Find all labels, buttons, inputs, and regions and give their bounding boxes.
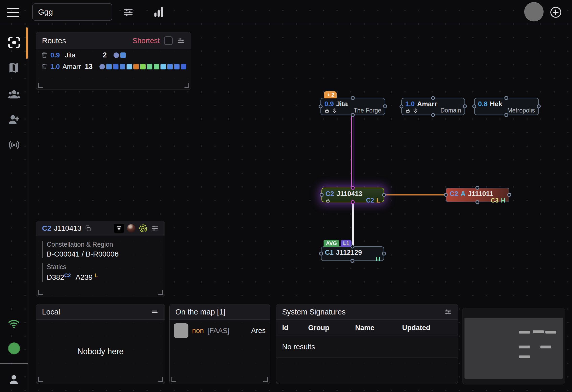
system-thumbnail[interactable] <box>127 224 135 233</box>
system-node-j110413[interactable]: C2J110413 C2 L <box>321 188 384 202</box>
connection-handle[interactable] <box>400 104 403 108</box>
connection-frigate[interactable] <box>351 115 354 188</box>
resize-handle[interactable] <box>158 290 163 295</box>
connection-handle[interactable] <box>350 259 354 263</box>
avatar[interactable] <box>524 2 544 21</box>
routes-header[interactable]: Routes Shortest <box>36 32 191 49</box>
menu-icon[interactable] <box>7 8 19 17</box>
top-bar: Ggg <box>0 0 572 25</box>
minimap-node <box>545 331 556 334</box>
connection-handle[interactable] <box>504 96 508 100</box>
signatures-column-headers[interactable]: Id Group Name Updated <box>276 320 458 336</box>
add-icon[interactable] <box>550 6 562 18</box>
delete-route-icon[interactable] <box>41 63 48 70</box>
local-empty-state: Nobody here <box>36 319 165 384</box>
connection-standard[interactable] <box>352 202 354 247</box>
effect-target-icon[interactable] <box>139 224 148 233</box>
static-code: A239 <box>76 273 93 281</box>
route-row[interactable]: 0.9 Jita 2 <box>36 49 191 61</box>
security-status: 0.8 <box>478 100 487 108</box>
connection-handle[interactable] <box>382 193 386 197</box>
wormhole-class: C2 <box>450 190 458 197</box>
connection-handle[interactable] <box>444 193 448 197</box>
connection-handle[interactable] <box>475 186 479 190</box>
system-node-amarr[interactable]: 1.0Amarr Domain <box>401 98 465 115</box>
characters-icon[interactable] <box>7 87 21 101</box>
system-name: Jita <box>336 100 348 108</box>
system-name: Amarr <box>417 100 437 108</box>
wormhole-type-icon[interactable] <box>114 224 124 233</box>
connection-handle[interactable] <box>463 104 467 108</box>
static-class: C2 <box>64 272 71 278</box>
resize-handle[interactable] <box>171 377 176 382</box>
activity-stats-icon[interactable] <box>152 5 165 19</box>
signatures-title: System Signatures <box>282 308 345 316</box>
on-the-map-header[interactable]: On the map [1] <box>170 304 270 320</box>
local-header[interactable]: Local <box>36 304 165 320</box>
local-menu-icon[interactable] <box>151 308 159 316</box>
constellation-region-label: Constellation & Region <box>47 241 165 248</box>
connection-handle[interactable] <box>507 193 511 197</box>
route-mode-label: Shortest <box>133 37 160 45</box>
info-settings-icon[interactable] <box>151 224 159 232</box>
system-node-j112129[interactable]: AVG L1 C1J112129 H <box>321 246 384 261</box>
signatures-header[interactable]: System Signatures <box>276 304 458 320</box>
delete-route-icon[interactable] <box>41 52 48 58</box>
connection-handle[interactable] <box>383 104 387 108</box>
connection-handle[interactable] <box>431 113 435 117</box>
resize-handle[interactable] <box>184 83 189 88</box>
resize-handle[interactable] <box>38 290 43 295</box>
resize-handle[interactable] <box>158 377 163 382</box>
user-icon[interactable] <box>7 373 21 387</box>
route-row[interactable]: 1.0 Amarr 13 <box>36 61 191 72</box>
route-security: 0.9 <box>50 51 62 59</box>
connection-handle[interactable] <box>350 245 354 248</box>
connection-handle[interactable] <box>320 193 324 197</box>
connection-handle[interactable] <box>475 200 479 204</box>
level-badge: L1 <box>341 240 351 247</box>
column-updated[interactable]: Updated <box>402 324 430 332</box>
resize-handle[interactable] <box>263 377 268 382</box>
system-node-j111011[interactable]: C2 A J111011 C3 H <box>446 188 509 202</box>
system-node-hek[interactable]: 0.8Hek Metropolis <box>474 98 539 115</box>
resize-handle[interactable] <box>38 83 43 88</box>
connection-handle[interactable] <box>537 104 541 108</box>
broadcast-icon[interactable] <box>7 138 21 152</box>
minimap-node <box>533 330 544 333</box>
connection-handle[interactable] <box>351 113 355 117</box>
connection-handle[interactable] <box>319 104 323 108</box>
wormhole-class: C2 <box>42 224 51 233</box>
map-select[interactable]: Ggg <box>32 3 112 21</box>
system-node-jita[interactable]: 2 0.9Jita The Forge <box>320 98 385 115</box>
route-hop <box>160 64 166 69</box>
region-name: The Forge <box>354 108 381 114</box>
connection-handle[interactable] <box>472 104 476 108</box>
resize-handle[interactable] <box>38 377 43 382</box>
minimap-viewport[interactable] <box>464 318 563 379</box>
connection-handle[interactable] <box>504 113 508 117</box>
route-mode-checkbox[interactable] <box>164 36 173 45</box>
connection-handle[interactable] <box>431 96 435 100</box>
connection-handle[interactable] <box>351 96 355 100</box>
constellation-region-section: Constellation & Region B-C00041 / B-R000… <box>42 241 165 258</box>
routes-title: Routes <box>42 37 66 45</box>
connection-eol[interactable] <box>384 194 446 195</box>
system-info-header[interactable]: C2 J110413 <box>36 221 165 236</box>
copy-icon[interactable] <box>85 225 91 232</box>
map-settings-icon[interactable] <box>122 6 134 18</box>
column-id[interactable]: Id <box>282 324 308 332</box>
column-group[interactable]: Group <box>308 324 355 332</box>
routes-settings-icon[interactable] <box>177 37 185 45</box>
connection-handle[interactable] <box>319 252 323 256</box>
signatures-settings-icon[interactable] <box>444 308 452 316</box>
map-pin-icon <box>413 108 418 113</box>
column-name[interactable]: Name <box>355 324 402 332</box>
connection-handle[interactable] <box>382 252 386 256</box>
region-name: Metropolis <box>507 108 535 114</box>
connection-handle[interactable] <box>351 200 355 204</box>
connection-handle[interactable] <box>351 186 355 190</box>
pilot-row[interactable]: non [FAAS] Ares <box>170 320 270 342</box>
track-focus-icon[interactable] <box>7 36 21 49</box>
map-icon[interactable] <box>7 61 21 75</box>
add-character-icon[interactable] <box>7 113 21 127</box>
